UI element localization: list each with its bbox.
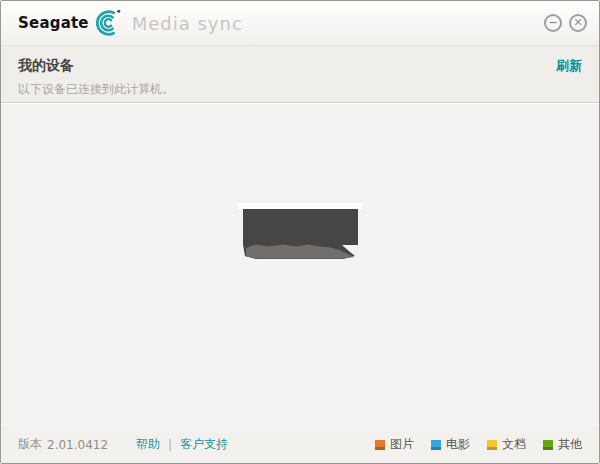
legend-item-movies: 电影 (431, 436, 470, 453)
app-title: Media sync (132, 13, 243, 34)
seagate-swirl-icon (91, 7, 123, 39)
title-bar: Seagate Media sync − ✕ (1, 1, 599, 46)
minimize-icon: − (548, 14, 557, 32)
movies-swatch-icon (431, 440, 441, 450)
pictures-swatch-icon (375, 440, 385, 450)
page-title: 我的设备 (18, 57, 74, 75)
close-button[interactable]: ✕ (569, 14, 587, 32)
legend-label: 图片 (390, 436, 414, 453)
link-separator: | (168, 438, 172, 452)
device-image (238, 203, 362, 260)
legend-item-documents: 文档 (487, 436, 526, 453)
legend-item-pictures: 图片 (375, 436, 414, 453)
status-bar: 版本 2.01.0412 帮助 | 客户支持 图片 电影 文档 其他 (1, 426, 599, 463)
page-subtitle: 以下设备已连接到此计算机。 (18, 81, 582, 98)
legend-label: 文档 (502, 436, 526, 453)
app-window: Seagate Media sync − ✕ 我的设备 刷新 以下设备已连接到此… (0, 0, 600, 464)
legend-label: 电影 (446, 436, 470, 453)
help-link[interactable]: 帮助 (136, 436, 160, 453)
legend-item-other: 其他 (543, 436, 582, 453)
version-value: 2.01.0412 (47, 438, 108, 452)
other-swatch-icon (543, 440, 553, 450)
refresh-link[interactable]: 刷新 (556, 57, 582, 75)
documents-swatch-icon (487, 440, 497, 450)
version-and-links: 版本 2.01.0412 帮助 | 客户支持 (18, 436, 228, 453)
minimize-button[interactable]: − (544, 14, 562, 32)
window-controls: − ✕ (544, 14, 587, 32)
version-label: 版本 (18, 436, 42, 453)
legend-label: 其他 (558, 436, 582, 453)
support-link[interactable]: 客户支持 (180, 436, 228, 453)
device-list-area (1, 103, 599, 426)
devices-header: 我的设备 刷新 以下设备已连接到此计算机。 (1, 46, 599, 103)
close-icon: ✕ (573, 14, 582, 32)
brand-text: Seagate (18, 14, 89, 32)
file-type-legend: 图片 电影 文档 其他 (375, 436, 582, 453)
